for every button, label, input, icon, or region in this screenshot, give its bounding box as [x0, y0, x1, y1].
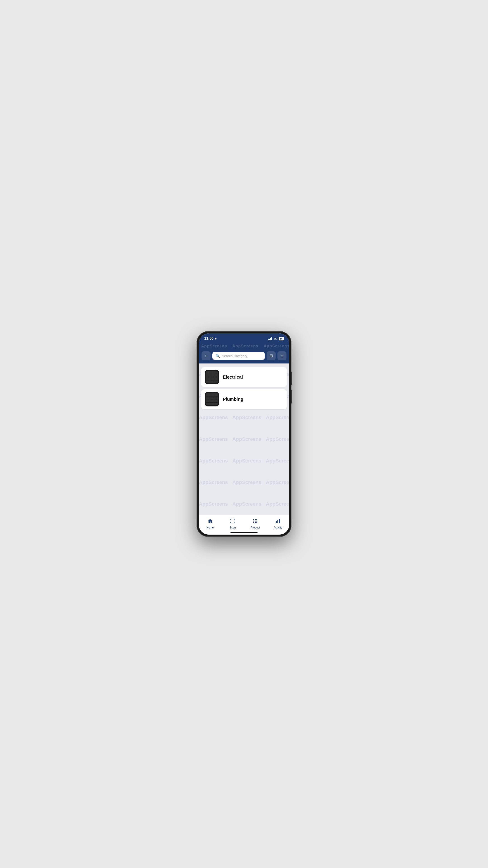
volume-button	[291, 372, 292, 385]
category-icon-plumbing	[205, 392, 219, 406]
status-right: 4G 36	[268, 337, 284, 340]
status-time: 11:50 ➤	[204, 337, 217, 341]
home-icon	[207, 518, 213, 525]
svg-rect-11	[279, 519, 280, 523]
nav-item-scan[interactable]: Scan	[221, 518, 244, 530]
svg-rect-9	[276, 521, 277, 523]
back-button[interactable]: ←	[201, 351, 210, 360]
svg-rect-8	[256, 522, 257, 523]
signal-icon	[268, 337, 272, 340]
nav-label-activity: Activity	[273, 526, 282, 529]
product-icon	[253, 518, 258, 525]
watermark-label: AppScreens AppScreens AppScreens	[199, 344, 289, 348]
layout-button[interactable]: ⊟	[267, 351, 275, 360]
battery-indicator: 36	[279, 337, 284, 340]
add-icon: +	[281, 353, 283, 358]
svg-rect-4	[255, 521, 256, 522]
search-bar[interactable]: 🔍 Search Category	[213, 352, 265, 360]
search-icon: 🔍	[216, 354, 220, 358]
layout-icon: ⊟	[269, 353, 273, 358]
network-type: 4G	[273, 337, 277, 340]
svg-rect-6	[253, 522, 254, 523]
nav-item-product[interactable]: Product	[244, 518, 267, 530]
svg-rect-2	[256, 519, 257, 520]
home-indicator	[230, 532, 258, 533]
main-content: AppScreensAppScreensAppScreens AppScreen…	[199, 364, 289, 515]
watermark-strip: AppScreens AppScreens AppScreens	[199, 342, 289, 349]
power-button	[291, 390, 292, 403]
add-button[interactable]: +	[278, 351, 287, 360]
nav-label-scan: Scan	[230, 526, 236, 529]
phone-frame: 11:50 ➤ 4G 36 AppScreens AppScreens AppS…	[197, 331, 291, 537]
back-icon: ←	[204, 353, 208, 358]
svg-rect-7	[255, 522, 256, 523]
nav-item-activity[interactable]: Activity	[267, 518, 289, 530]
toolbar: ← 🔍 Search Category ⊟ +	[199, 349, 289, 364]
category-name-electrical: Electrical	[223, 375, 243, 380]
phone-screen: 11:50 ➤ 4G 36 AppScreens AppScreens AppS…	[199, 333, 289, 535]
nav-label-product: Product	[251, 526, 260, 529]
svg-rect-10	[278, 520, 278, 523]
nav-label-home: Home	[206, 526, 214, 529]
svg-rect-1	[255, 519, 256, 520]
svg-rect-3	[253, 521, 254, 522]
location-icon: ➤	[215, 337, 217, 340]
scan-icon	[230, 518, 235, 525]
search-placeholder: Search Category	[222, 354, 248, 358]
svg-rect-0	[253, 519, 254, 520]
activity-icon	[275, 518, 281, 525]
nav-item-home[interactable]: Home	[199, 518, 221, 530]
status-bar: 11:50 ➤ 4G 36	[199, 333, 289, 342]
svg-rect-5	[256, 521, 257, 522]
category-card-plumbing[interactable]: Plumbing	[201, 389, 287, 409]
category-card-electrical[interactable]: Electrical	[201, 367, 287, 387]
category-name-plumbing: Plumbing	[223, 397, 243, 402]
category-icon-electrical	[205, 370, 219, 384]
